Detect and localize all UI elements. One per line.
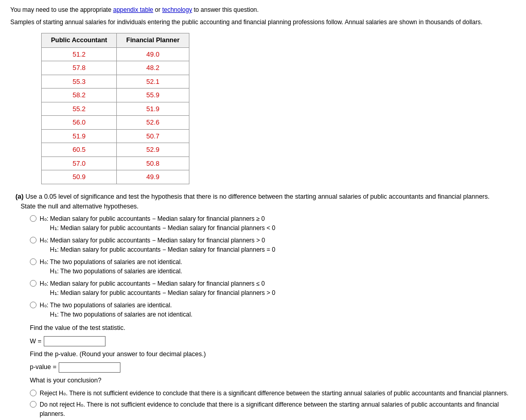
table-cell: 55.3 bbox=[42, 75, 117, 89]
salary-table-container: Public Accountant Financial Planner 51.2… bbox=[41, 33, 516, 184]
w-label: W = bbox=[30, 337, 42, 346]
table-cell: 51.9 bbox=[117, 102, 189, 116]
conclusion-text-1: Reject H₀. There is not sufficient evide… bbox=[40, 389, 509, 398]
pvalue-label: p-value = bbox=[30, 362, 57, 372]
intro-note: You may need to use the appropriate appe… bbox=[10, 5, 516, 14]
table-cell: 50.7 bbox=[117, 129, 189, 143]
table-cell: 49.9 bbox=[117, 170, 189, 184]
table-cell: 51.9 bbox=[42, 129, 117, 143]
salary-table: Public Accountant Financial Planner 51.2… bbox=[41, 33, 189, 184]
find-pvalue-label: Find the p-value. (Round your answer to … bbox=[30, 349, 516, 359]
conclusion-radio-2[interactable] bbox=[30, 401, 37, 408]
conclusion-text-2: Do not reject H₀. There is not sufficien… bbox=[40, 400, 516, 418]
table-cell: 57.0 bbox=[42, 156, 117, 170]
conclusion-option-2: Do not reject H₀. There is not sufficien… bbox=[30, 400, 516, 418]
hypothesis-option-2: H₀: Median salary for public accountants… bbox=[30, 236, 516, 254]
hypothesis-option-3: H₀: The two populations of salaries are … bbox=[30, 257, 516, 276]
conclusion-radio-group: Reject H₀. There is not sufficient evide… bbox=[30, 389, 516, 421]
description: Samples of starting annual salaries for … bbox=[10, 18, 516, 27]
hypothesis-radio-2[interactable] bbox=[30, 237, 37, 243]
conclusion-label: What is your conclusion? bbox=[30, 376, 516, 386]
table-cell: 56.0 bbox=[42, 116, 117, 130]
table-cell: 50.9 bbox=[42, 170, 117, 184]
hypothesis-text-3: H₀: The two populations of salaries are … bbox=[40, 257, 182, 276]
table-cell: 49.0 bbox=[117, 47, 189, 61]
state-hypotheses-label: State the null and alternative hypothese… bbox=[21, 202, 516, 212]
hypothesis-radio-1[interactable] bbox=[30, 215, 37, 222]
part-a-question: Use a 0.05 level of significance and tes… bbox=[26, 193, 490, 200]
appendix-link[interactable]: appendix table bbox=[113, 6, 153, 13]
hypothesis-radio-3[interactable] bbox=[30, 258, 37, 265]
part-a-label: (a) bbox=[15, 192, 24, 200]
table-cell: 60.5 bbox=[42, 143, 117, 157]
table-cell: 52.6 bbox=[117, 116, 189, 130]
table-cell: 58.2 bbox=[42, 89, 117, 102]
pvalue-field-row: p-value = bbox=[30, 362, 516, 373]
pvalue-input[interactable] bbox=[59, 362, 120, 373]
hypothesis-text-2: H₀: Median salary for public accountants… bbox=[40, 236, 275, 254]
table-cell: 50.8 bbox=[117, 156, 189, 170]
part-a-section: (a) Use a 0.05 level of significance and… bbox=[15, 191, 516, 420]
w-field-row: W = bbox=[30, 336, 516, 346]
table-cell: 52.9 bbox=[117, 143, 189, 157]
hypothesis-radio-5[interactable] bbox=[30, 302, 37, 308]
table-cell: 52.1 bbox=[117, 75, 189, 89]
table-cell: 48.2 bbox=[117, 61, 189, 75]
hypothesis-text-1: H₀: Median salary for public accountants… bbox=[40, 214, 275, 233]
hypothesis-option-4: H₀: Median salary for public accountants… bbox=[30, 279, 516, 297]
hypothesis-option-5: H₀: The two populations of salaries are … bbox=[30, 301, 516, 319]
hypothesis-radio-group: H₀: Median salary for public accountants… bbox=[30, 214, 516, 319]
hypothesis-text-5: H₀: The two populations of salaries are … bbox=[40, 301, 192, 319]
hypothesis-radio-4[interactable] bbox=[30, 280, 37, 287]
table-cell: 55.2 bbox=[42, 102, 117, 116]
table-cell: 55.9 bbox=[117, 89, 189, 102]
technology-link[interactable]: technology bbox=[162, 6, 192, 13]
w-input[interactable] bbox=[44, 336, 106, 346]
find-test-stat-label: Find the value of the test statistic. bbox=[30, 323, 516, 333]
table-cell: 57.8 bbox=[42, 61, 117, 75]
hypothesis-text-4: H₀: Median salary for public accountants… bbox=[40, 279, 275, 297]
hypothesis-option-1: H₀: Median salary for public accountants… bbox=[30, 214, 516, 233]
conclusion-option-1: Reject H₀. There is not sufficient evide… bbox=[30, 389, 516, 398]
col-header-accountant: Public Accountant bbox=[42, 33, 117, 48]
conclusion-radio-1[interactable] bbox=[30, 390, 37, 396]
col-header-planner: Financial Planner bbox=[117, 33, 189, 48]
table-cell: 51.2 bbox=[42, 47, 117, 61]
